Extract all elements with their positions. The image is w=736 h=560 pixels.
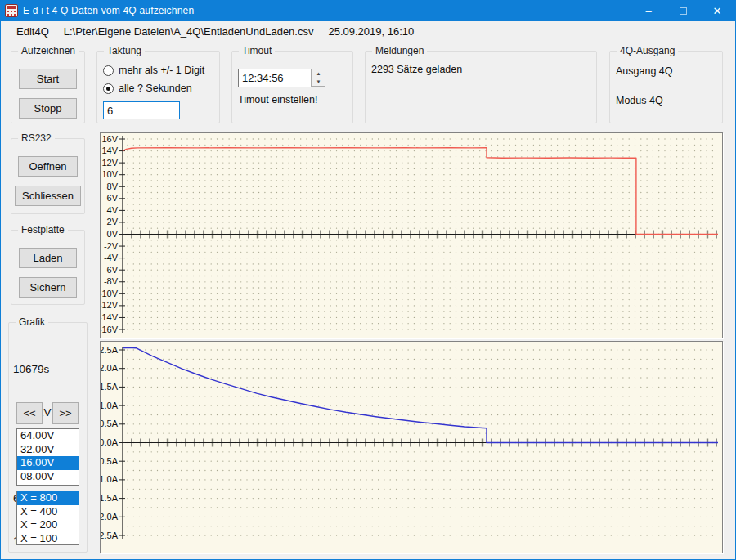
- x-scale-option[interactable]: X = 200: [17, 518, 79, 532]
- svg-text:-2V: -2V: [104, 241, 119, 251]
- svg-text:-10V: -10V: [101, 289, 119, 298]
- group-aufzeichnen-label: Aufzeichnen: [18, 45, 79, 56]
- svg-text:2.5A: 2.5A: [101, 345, 119, 355]
- group-4q-ausgang-label: 4Q-Ausgang: [617, 45, 678, 56]
- group-festplatte-label: Festplatte: [18, 224, 68, 235]
- radio-alle-sekunden[interactable]: alle ? Sekunden: [103, 83, 192, 94]
- laden-button[interactable]: Laden: [19, 248, 77, 268]
- svg-text:-16V: -16V: [101, 325, 119, 334]
- maximize-icon: [680, 7, 687, 15]
- ausgang-4q-text: Ausgang 4Q: [616, 65, 673, 77]
- title-bar[interactable]: E d i t 4 Q Daten vom 4Q aufzeichnen – ✕: [0, 0, 736, 21]
- svg-text:0V: 0V: [107, 229, 119, 239]
- app-name: Edit4Q: [16, 25, 49, 38]
- maximize-button[interactable]: [666, 0, 700, 21]
- svg-text:-12V: -12V: [101, 300, 119, 310]
- time-spinner: ▲ ▼: [311, 69, 325, 87]
- svg-text:2V: 2V: [107, 217, 119, 226]
- stat-seconds: 10679s: [13, 362, 70, 377]
- minimize-icon: –: [645, 5, 651, 17]
- svg-text:0.5A: 0.5A: [101, 419, 119, 428]
- radio-alle-sekunden-label: alle ? Sekunden: [119, 83, 192, 94]
- svg-text:-1.0A: -1.0A: [101, 474, 119, 484]
- stopp-button[interactable]: Stopp: [19, 98, 77, 119]
- svg-text:4V: 4V: [107, 205, 119, 215]
- svg-text:6V: 6V: [107, 193, 119, 203]
- scroll-right-button[interactable]: >>: [52, 402, 79, 424]
- group-taktung-label: Taktung: [104, 45, 145, 56]
- x-scale-option[interactable]: X = 100: [17, 532, 79, 546]
- info-bar: Edit4Q L:\Pter\Eigene Dateien\A_4Q\Entla…: [16, 25, 414, 38]
- svg-text:-0.5A: -0.5A: [101, 456, 119, 466]
- svg-text:2.0A: 2.0A: [101, 363, 119, 373]
- message-text: 2293 Sätze geladen: [371, 64, 462, 75]
- spinner-down-icon[interactable]: ▼: [312, 78, 325, 87]
- svg-text:8V: 8V: [107, 181, 119, 191]
- svg-text:-8V: -8V: [104, 276, 119, 286]
- svg-text:14V: 14V: [101, 146, 118, 155]
- group-meldungen-label: Meldungen: [372, 45, 427, 56]
- scroll-left-button[interactable]: <<: [16, 402, 43, 424]
- file-datetime: 25.09.2019, 16:10: [328, 25, 414, 38]
- close-button[interactable]: ✕: [700, 0, 734, 21]
- svg-text:-1.5A: -1.5A: [101, 493, 119, 503]
- schliessen-button[interactable]: Schliessen: [15, 186, 81, 206]
- svg-text:10V: 10V: [101, 169, 118, 179]
- app-window: E d i t 4 Q Daten vom 4Q aufzeichnen – ✕…: [0, 0, 736, 560]
- current-chart: 2.5A2.0A1.5A1.0A0.5A0.0A-0.5A-1.0A-1.5A-…: [100, 341, 723, 553]
- sichern-button[interactable]: Sichern: [19, 277, 77, 298]
- timeout-time-input[interactable]: 12:34:56 ▲ ▼: [238, 69, 325, 87]
- svg-text:1.5A: 1.5A: [101, 382, 119, 392]
- svg-text:12V: 12V: [101, 158, 118, 168]
- voltage-chart: 16V14V12V10V8V6V4V2V0V-2V-4V-6V-8V-10V-1…: [100, 132, 723, 338]
- group-grafik-label: Grafik: [16, 316, 48, 328]
- window-title: E d i t 4 Q Daten vom 4Q aufzeichnen: [23, 5, 194, 16]
- file-path: L:\Pter\Eigene Dateien\A_4Q\EntladenUndL…: [64, 25, 314, 38]
- radio-mehr-als-digit-label: mehr als +/- 1 Digit: [119, 65, 204, 76]
- seconds-input[interactable]: 6: [103, 101, 180, 119]
- x-scale-option[interactable]: X = 400: [17, 505, 79, 519]
- radio-dot-icon[interactable]: [103, 83, 114, 94]
- svg-text:0.0A: 0.0A: [101, 437, 119, 447]
- group-timout-label: Timout: [239, 45, 275, 56]
- timeout-time-value[interactable]: 12:34:56: [239, 69, 311, 87]
- voltage-scale-option[interactable]: 64.00V: [17, 429, 79, 443]
- voltage-scale-listbox[interactable]: 64.00V 32.00V 16.00V 08.00V: [16, 428, 79, 486]
- svg-text:-14V: -14V: [101, 312, 119, 322]
- svg-text:-6V: -6V: [104, 265, 119, 275]
- radio-mehr-als-digit[interactable]: mehr als +/- 1 Digit: [103, 65, 204, 76]
- group-rs232-label: RS232: [18, 132, 55, 144]
- radio-circle-icon[interactable]: [103, 65, 114, 76]
- voltage-scale-option-selected[interactable]: 16.00V: [17, 456, 79, 470]
- start-button[interactable]: Start: [19, 69, 77, 89]
- svg-text:-4V: -4V: [104, 253, 119, 262]
- svg-text:1.0A: 1.0A: [101, 401, 119, 410]
- group-meldungen: Meldungen: [365, 51, 597, 123]
- voltage-scale-option[interactable]: 32.00V: [17, 443, 79, 457]
- x-scale-option-selected[interactable]: X = 800: [17, 491, 79, 505]
- modus-4q-text: Modus 4Q: [616, 95, 663, 106]
- app-icon: [5, 4, 18, 17]
- svg-text:-2.5A: -2.5A: [101, 531, 119, 540]
- group-4q-ausgang: 4Q-Ausgang: [609, 51, 723, 123]
- voltage-scale-option[interactable]: 08.00V: [17, 470, 79, 484]
- close-icon: ✕: [713, 5, 722, 17]
- minimize-button[interactable]: –: [631, 0, 666, 21]
- svg-text:-2.0A: -2.0A: [101, 512, 119, 522]
- oeffnen-button[interactable]: Oeffnen: [18, 156, 78, 177]
- x-scale-listbox[interactable]: X = 800 X = 400 X = 200 X = 100: [16, 491, 79, 545]
- timeout-hint: Timout einstellen!: [238, 94, 318, 105]
- svg-text:16V: 16V: [101, 134, 118, 144]
